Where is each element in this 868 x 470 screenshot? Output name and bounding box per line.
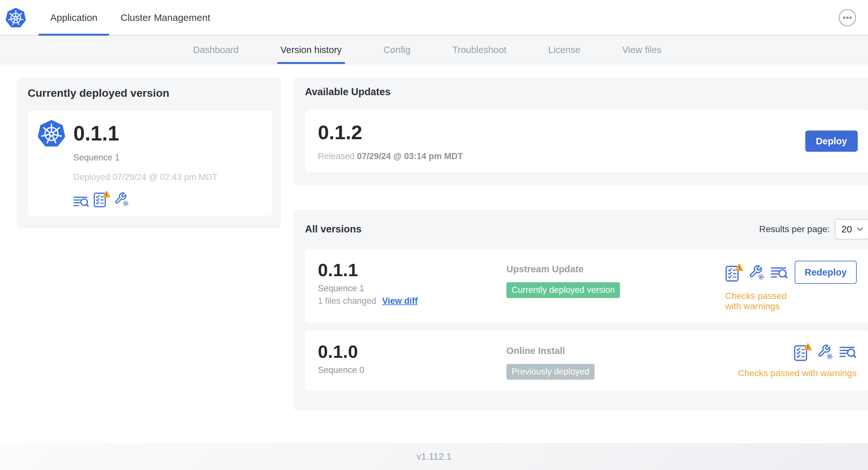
row-sequence: Sequence 1 (318, 283, 506, 294)
kubernetes-version-icon (38, 120, 65, 147)
results-per-page-label: Results per page: (759, 224, 830, 234)
preflight-checks-warning-icon[interactable] (93, 191, 110, 207)
main-content: Currently deployed version 0.1.1 Sequenc… (0, 64, 868, 443)
released-prefix: Released (318, 152, 354, 161)
tab-application-label: Application (50, 12, 97, 23)
subnav-view-files[interactable]: View files (619, 36, 665, 64)
tab-cluster-management[interactable]: Cluster Management (109, 0, 222, 35)
kubernetes-logo-icon (6, 8, 26, 28)
page-footer: v1.112.1 (0, 443, 868, 470)
config-wrench-icon[interactable] (748, 263, 766, 281)
results-per-page-select[interactable]: 20 (835, 219, 868, 239)
version-source-label: Online Install (506, 345, 725, 356)
results-per-page-value: 20 (841, 224, 852, 235)
diff-logs-icon[interactable] (839, 344, 857, 361)
all-versions-title: All versions (305, 224, 362, 235)
currently-deployed-title: Currently deployed version (28, 87, 272, 99)
previously-deployed-badge: Previously deployed (506, 364, 594, 380)
tab-application[interactable]: Application (39, 0, 109, 35)
subnav-troubleshoot[interactable]: Troubleshoot (449, 36, 509, 64)
update-panel: 0.1.2 Released 07/29/24 @ 03:14 pm MDT D… (305, 110, 868, 172)
view-diff-link[interactable]: View diff (382, 296, 418, 306)
released-date: 07/29/24 @ 03:14 pm MDT (357, 152, 463, 161)
row-version-number: 0.1.1 (318, 261, 506, 280)
row-sequence: Sequence 0 (318, 365, 506, 375)
row-version-number: 0.1.0 (318, 342, 506, 361)
subnav-license[interactable]: License (545, 36, 584, 64)
config-wrench-icon[interactable] (817, 342, 834, 361)
app-logo (6, 0, 26, 35)
subnav-config[interactable]: Config (380, 36, 414, 64)
version-row-0-1-1: 0.1.1 Sequence 1 1 files changed View di… (305, 249, 868, 323)
checks-status-text: Checks passed with warnings (725, 291, 791, 311)
deployed-sequence: Sequence 1 (73, 153, 260, 163)
currently-deployed-badge: Currently deployed version (506, 282, 620, 298)
version-row-0-1-0: 0.1.0 Sequence 0 Online Install Previous… (305, 331, 868, 391)
all-versions-card: All versions Results per page: 20 0.1.1 (293, 210, 868, 410)
top-bar: Application Cluster Management (0, 0, 868, 36)
diff-logs-icon[interactable] (771, 265, 788, 281)
deployed-version-number: 0.1.1 (73, 122, 119, 145)
available-updates-title: Available Updates (305, 86, 868, 98)
version-source-label: Upstream Update (506, 264, 725, 274)
deploy-button[interactable]: Deploy (805, 131, 858, 152)
config-wrench-icon[interactable] (114, 191, 130, 207)
preflight-checks-warning-icon[interactable] (725, 264, 743, 281)
deployed-timestamp: Deployed 07/29/24 @ 02:43 pm MDT (73, 172, 260, 182)
tab-cluster-management-label: Cluster Management (121, 12, 210, 23)
subnav-dashboard[interactable]: Dashboard (190, 36, 242, 64)
diff-logs-icon[interactable] (73, 195, 89, 207)
more-menu-button[interactable] (838, 9, 857, 27)
app-subnav: Dashboard Version history Config Trouble… (0, 36, 868, 64)
redeploy-button[interactable]: Redeploy (795, 261, 857, 284)
deployed-version-panel: 0.1.1 Sequence 1 Deployed 07/29/24 @ 02:… (28, 111, 272, 216)
console-version: v1.112.1 (416, 451, 452, 462)
update-version-number: 0.1.2 (318, 121, 463, 144)
chevron-down-icon (857, 227, 863, 231)
checks-status-text: Checks passed with warnings (738, 368, 857, 378)
files-changed-text: 1 files changed (318, 296, 376, 306)
available-updates-card: Available Updates 0.1.2 Released 07/29/2… (293, 77, 868, 185)
update-released: Released 07/29/24 @ 03:14 pm MDT (318, 152, 463, 161)
top-tabs: Application Cluster Management (39, 0, 222, 35)
currently-deployed-card: Currently deployed version 0.1.1 Sequenc… (17, 77, 281, 229)
subnav-version-history[interactable]: Version history (277, 36, 345, 64)
preflight-checks-warning-icon[interactable] (794, 343, 812, 361)
